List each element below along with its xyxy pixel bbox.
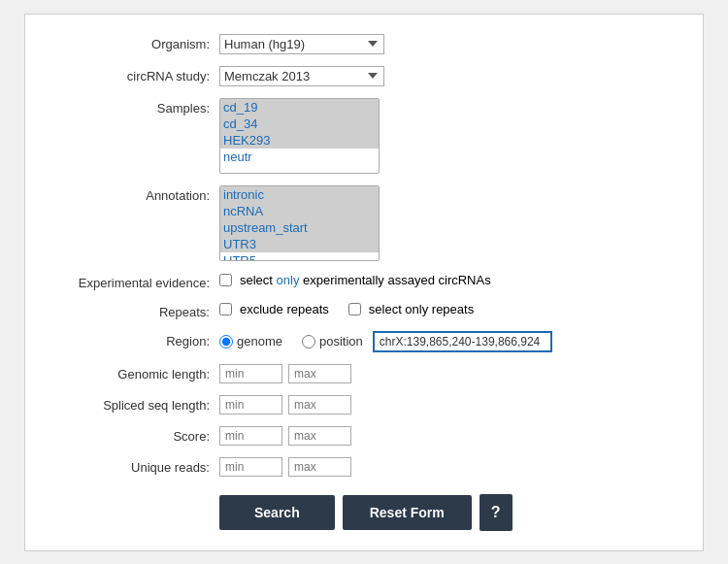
genomic-length-max[interactable]	[288, 364, 351, 383]
annotation-listbox[interactable]: intronic ncRNA upstream_start UTR3 UTR5	[219, 185, 380, 261]
organism-control: Human (hg19) Mouse (mm10)	[219, 34, 674, 54]
organism-row: Organism: Human (hg19) Mouse (mm10)	[54, 34, 674, 54]
region-genome-radio[interactable]	[219, 335, 233, 348]
organism-select[interactable]: Human (hg19) Mouse (mm10)	[219, 34, 384, 54]
genomic-length-minmax	[219, 364, 674, 383]
unique-reads-row: Unique reads:	[54, 457, 674, 477]
experimental-text: select only experimentally assayed circR…	[240, 273, 491, 287]
repeats-exclude-checkbox[interactable]	[219, 303, 232, 315]
score-max[interactable]	[288, 426, 351, 446]
experimental-inline: select only experimentally assayed circR…	[219, 273, 674, 287]
repeats-only-text: select only repeats	[369, 302, 474, 316]
samples-label: Samples:	[54, 98, 219, 116]
score-minmax	[219, 426, 674, 446]
repeats-inline: exclude repeats select only repeats	[219, 302, 674, 316]
score-label: Score:	[54, 426, 219, 444]
experimental-row: Experimental evidence: select only exper…	[54, 273, 674, 290]
region-row: Region: genome position	[54, 331, 674, 352]
genomic-length-control	[219, 364, 674, 383]
samples-control: cd_19 cd_34 HEK293 neutr	[219, 98, 674, 174]
repeats-label: Repeats:	[54, 302, 219, 319]
region-genome-label[interactable]: genome	[219, 334, 282, 348]
region-label: Region:	[54, 331, 219, 348]
region-position-radio[interactable]	[302, 335, 315, 348]
unique-reads-min[interactable]	[219, 457, 282, 477]
annotation-row: Annotation: intronic ncRNA upstream_star…	[54, 185, 674, 261]
genomic-length-row: Genomic length:	[54, 364, 674, 383]
reset-button[interactable]: Reset Form	[343, 495, 472, 530]
button-row: Search Reset Form ?	[54, 494, 674, 531]
region-genome-text: genome	[237, 334, 282, 348]
annotation-label: Annotation:	[54, 185, 219, 203]
region-position-text: position	[319, 334, 363, 348]
annotation-control: intronic ncRNA upstream_start UTR3 UTR5	[219, 185, 674, 261]
circrna-select[interactable]: Memczak 2013 Jeck 2013	[219, 66, 384, 86]
search-button[interactable]: Search	[219, 495, 335, 530]
repeats-only-checkbox[interactable]	[348, 303, 361, 315]
samples-listbox[interactable]: cd_19 cd_34 HEK293 neutr	[219, 98, 380, 174]
region-position-input[interactable]	[373, 331, 552, 352]
spliced-seq-min[interactable]	[219, 395, 282, 415]
unique-reads-minmax	[219, 457, 674, 477]
circrna-row: circRNA study: Memczak 2013 Jeck 2013	[54, 66, 674, 86]
genomic-length-label: Genomic length:	[54, 364, 219, 382]
unique-reads-control	[219, 457, 674, 477]
unique-reads-max[interactable]	[288, 457, 351, 477]
region-radio-row: genome position	[219, 331, 674, 352]
repeats-row: Repeats: exclude repeats select only rep…	[54, 302, 674, 319]
score-min[interactable]	[219, 426, 282, 446]
region-control: genome position	[219, 331, 674, 352]
repeats-exclude-text: exclude repeats	[240, 302, 329, 316]
spliced-seq-max[interactable]	[288, 395, 351, 415]
spliced-seq-control	[219, 395, 674, 415]
genomic-length-min[interactable]	[219, 364, 282, 383]
samples-row: Samples: cd_19 cd_34 HEK293 neutr	[54, 98, 674, 174]
spliced-seq-label: Spliced seq length:	[54, 395, 219, 413]
spliced-seq-row: Spliced seq length:	[54, 395, 674, 415]
score-control	[219, 426, 674, 446]
score-row: Score:	[54, 426, 674, 446]
help-button[interactable]: ?	[480, 494, 513, 531]
circrna-control: Memczak 2013 Jeck 2013	[219, 66, 674, 86]
region-position-label[interactable]: position	[302, 334, 363, 348]
organism-label: Organism:	[54, 34, 219, 51]
experimental-control: select only experimentally assayed circR…	[219, 273, 674, 287]
main-form: Organism: Human (hg19) Mouse (mm10) circ…	[24, 14, 704, 551]
repeats-control: exclude repeats select only repeats	[219, 302, 674, 316]
unique-reads-label: Unique reads:	[54, 457, 219, 475]
circrna-label: circRNA study:	[54, 66, 219, 83]
spliced-seq-minmax	[219, 395, 674, 415]
experimental-checkbox[interactable]	[219, 274, 232, 286]
experimental-label: Experimental evidence:	[54, 273, 219, 290]
